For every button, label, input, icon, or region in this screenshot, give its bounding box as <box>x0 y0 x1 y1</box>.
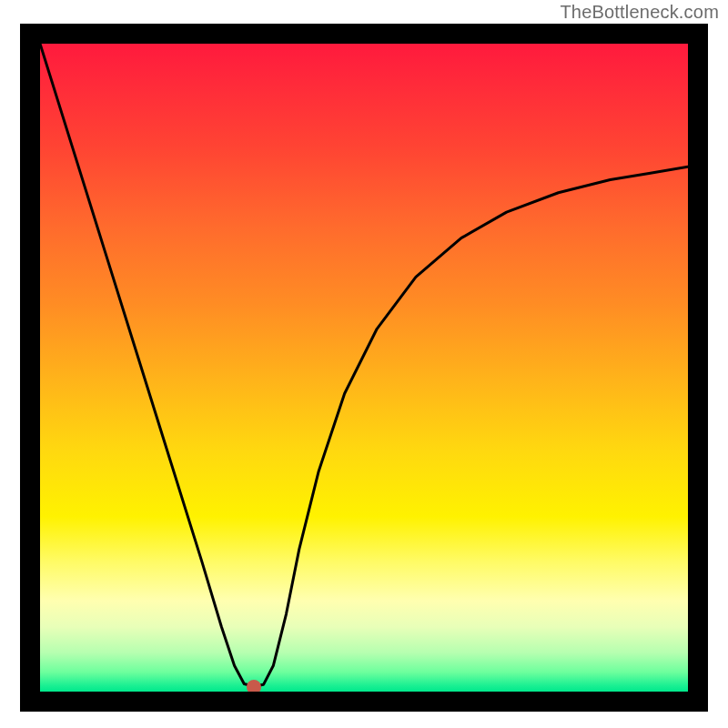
minimum-marker <box>247 680 261 692</box>
chart-container: TheBottleneck.com <box>0 0 728 728</box>
plot-frame <box>20 24 708 712</box>
plot-area <box>40 44 688 692</box>
attribution-text: TheBottleneck.com <box>560 2 719 23</box>
bottleneck-curve <box>40 44 688 692</box>
